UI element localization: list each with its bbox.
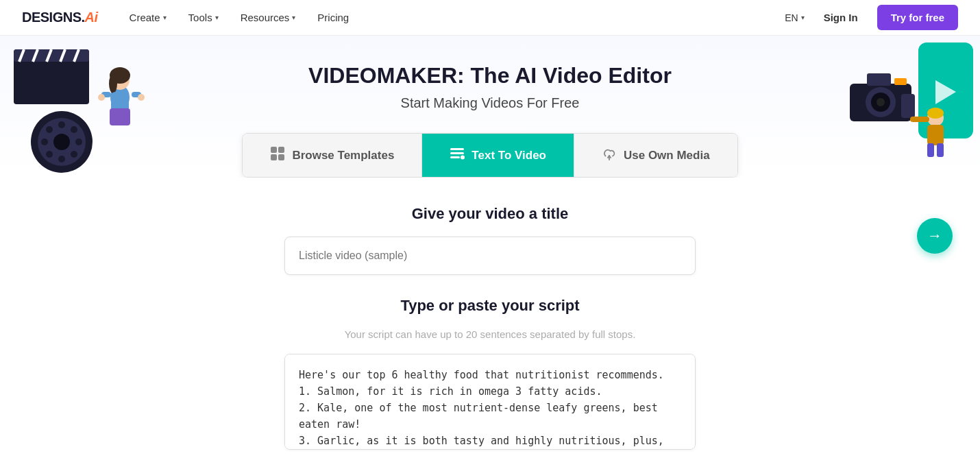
svg-rect-49 (450, 156, 460, 158)
title-section-heading: Give your video a title (284, 205, 696, 223)
svg-point-50 (461, 156, 465, 160)
hero-subtitle: Start Making Videos For Free (242, 95, 737, 111)
video-title-input[interactable] (284, 237, 696, 275)
video-tabs: Browse Templates Text To Video (242, 133, 737, 178)
hero-content: VIDEOMAKER: The AI Video Editor Start Ma… (228, 63, 751, 178)
svg-rect-34 (867, 73, 891, 86)
svg-point-12 (41, 138, 48, 145)
script-section-heading: Type or paste your script (284, 297, 696, 315)
svg-rect-35 (894, 78, 907, 85)
svg-rect-23 (110, 108, 130, 125)
sign-in-button[interactable]: Sign In (816, 8, 866, 27)
svg-point-21 (109, 74, 117, 93)
navbar-right: EN ▾ Sign In Try for free (785, 5, 958, 30)
nav-resources[interactable]: Resources ▾ (231, 6, 306, 29)
svg-point-13 (75, 138, 82, 145)
svg-rect-40 (910, 117, 929, 122)
svg-point-10 (58, 121, 65, 128)
logo-text: DESIGNS.Ai (22, 10, 98, 25)
next-button[interactable]: → (917, 218, 953, 254)
svg-point-11 (58, 156, 65, 162)
logo[interactable]: DESIGNS.Ai (22, 10, 98, 25)
nav-tools[interactable]: Tools ▾ (179, 6, 228, 29)
svg-rect-42 (937, 143, 944, 157)
language-selector[interactable]: EN ▾ (785, 12, 804, 23)
nav-links: Create ▾ Tools ▾ Resources ▾ Pricing (120, 6, 785, 29)
svg-rect-36 (901, 94, 915, 118)
script-textarea[interactable]: Here's our top 6 healthy food that nutri… (284, 354, 696, 450)
tab-browse-templates[interactable]: Browse Templates (243, 134, 422, 177)
svg-point-33 (877, 98, 885, 106)
script-hint: Your script can have up to 20 sentences … (284, 328, 696, 340)
svg-point-26 (98, 94, 105, 101)
text-lines-icon (450, 146, 465, 165)
nav-pricing[interactable]: Pricing (308, 6, 358, 29)
hero-illustration-right (829, 36, 980, 173)
svg-point-17 (71, 151, 77, 158)
svg-rect-45 (271, 154, 277, 160)
chevron-down-icon: ▾ (215, 14, 219, 21)
svg-point-9 (53, 134, 70, 150)
svg-rect-48 (450, 152, 464, 154)
svg-rect-39 (927, 125, 944, 145)
hero-illustration-left (0, 36, 178, 173)
cloud-upload-icon (602, 146, 617, 165)
svg-rect-43 (271, 147, 277, 153)
svg-rect-47 (450, 148, 464, 150)
svg-point-14 (46, 126, 53, 133)
main-content: Give your video a title Type or paste yo… (271, 178, 709, 466)
hero-section: VIDEOMAKER: The AI Video Editor Start Ma… (0, 36, 980, 178)
hero-title: VIDEOMAKER: The AI Video Editor (242, 63, 737, 88)
svg-rect-44 (278, 147, 284, 153)
tab-text-to-video[interactable]: Text To Video (422, 134, 574, 177)
navbar: DESIGNS.Ai Create ▾ Tools ▾ Resources ▾ … (0, 0, 980, 36)
svg-point-16 (46, 151, 53, 158)
chevron-down-icon: ▾ (801, 14, 805, 21)
grid-icon (270, 146, 285, 165)
try-free-button[interactable]: Try for free (877, 5, 958, 30)
svg-point-38 (927, 108, 944, 119)
svg-rect-41 (927, 143, 934, 157)
svg-rect-46 (278, 154, 284, 160)
tab-use-own-media[interactable]: Use Own Media (574, 134, 737, 177)
arrow-right-icon: → (927, 227, 942, 245)
svg-point-27 (138, 94, 145, 101)
chevron-down-icon: ▾ (292, 14, 295, 21)
svg-point-15 (71, 126, 77, 133)
nav-create[interactable]: Create ▾ (120, 6, 176, 29)
chevron-down-icon: ▾ (163, 14, 167, 21)
